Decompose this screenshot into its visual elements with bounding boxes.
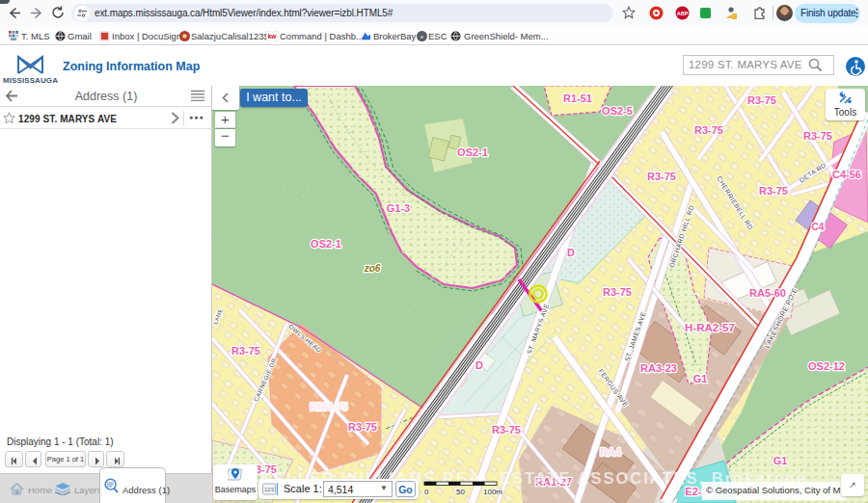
svg-text:R3-75: R3-75 — [492, 424, 521, 436]
svg-text:G1-3: G1-3 — [387, 202, 410, 214]
svg-text:RA5-60: RA5-60 — [749, 287, 786, 299]
svg-text:100m: 100m — [483, 488, 502, 496]
svg-text:C4-56: C4-56 — [832, 169, 861, 180]
svg-text:RM4-75: RM4-75 — [310, 401, 347, 412]
svg-text:50: 50 — [456, 488, 465, 496]
svg-text:e: e — [420, 33, 423, 39]
svg-text:R3-75: R3-75 — [348, 421, 377, 433]
svg-text:OS2-12: OS2-12 — [808, 360, 845, 372]
svg-text:R3-75: R3-75 — [603, 286, 632, 298]
svg-text:G1: G1 — [773, 455, 788, 466]
svg-text:D: D — [567, 247, 575, 258]
svg-text:R3-75: R3-75 — [803, 130, 832, 142]
svg-text:R3-75: R3-75 — [759, 185, 788, 197]
svg-text:OS2-1: OS2-1 — [457, 146, 488, 158]
svg-text:MISSISSAUGA: MISSISSAUGA — [3, 76, 58, 85]
svg-text:zo6: zo6 — [364, 263, 381, 274]
svg-text:R3-75: R3-75 — [231, 345, 260, 357]
svg-text:G1: G1 — [693, 373, 708, 384]
svg-text:RA3-23: RA3-23 — [640, 362, 677, 374]
svg-text:0: 0 — [424, 488, 429, 496]
svg-text:OS2-1: OS2-1 — [311, 238, 341, 250]
svg-text:RA4: RA4 — [600, 446, 622, 458]
svg-text:123: 123 — [264, 487, 275, 492]
svg-text:R3-75: R3-75 — [747, 94, 776, 106]
svg-text:H-RA2-57: H-RA2-57 — [685, 322, 735, 333]
svg-text:R3-75: R3-75 — [647, 171, 676, 182]
svg-text:kw: kw — [268, 33, 277, 40]
svg-text:R3-75: R3-75 — [694, 124, 723, 136]
svg-text:D: D — [475, 359, 483, 371]
svg-text:ABP: ABP — [677, 11, 689, 16]
svg-text:R1-51: R1-51 — [563, 93, 592, 104]
svg-text:OS2-5: OS2-5 — [602, 105, 633, 117]
svg-text:C4: C4 — [812, 222, 825, 232]
